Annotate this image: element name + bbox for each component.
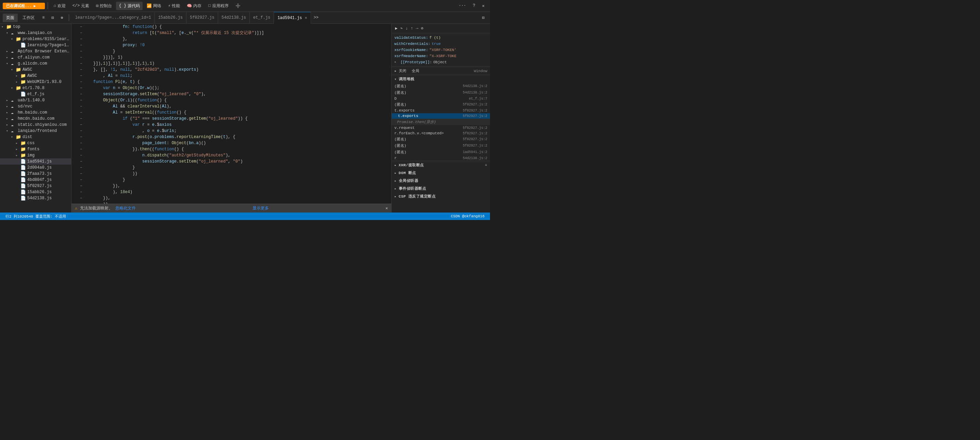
tree-item-img[interactable]: ▸ 📁 img: [0, 152, 71, 159]
toolbar-performance[interactable]: ⚡ 性能: [165, 2, 183, 10]
toolbar-application[interactable]: □ 应用程序: [205, 2, 231, 10]
file-tab-1ad5941[interactable]: 1ad5941.js ✕: [274, 12, 311, 24]
file-tab-5f02927[interactable]: 5f02927.js: [186, 12, 218, 24]
file-tab-54d2138[interactable]: 54d2138.js: [218, 12, 250, 24]
global-btn[interactable]: 全局: [412, 68, 419, 73]
tree-item-4bd804f[interactable]: 📄 4bd804f.js: [0, 177, 71, 183]
tree-item-1ad5941[interactable]: 📄 1ad5941.js: [0, 159, 71, 165]
ignore-file-link[interactable]: 忽略此文件: [115, 205, 136, 211]
elements-icon: </>: [73, 3, 80, 8]
tree-item-54d2138[interactable]: 📄 54d2138.js: [0, 195, 71, 201]
file-tab-close-icon[interactable]: ✕: [305, 15, 307, 21]
toolbar-network[interactable]: 📶 网络: [144, 2, 164, 10]
show-more-link[interactable]: 显示更多: [253, 205, 269, 211]
status-bar: 行2 列1020540 覆盖范围: 不适用 CSDN @okfang816: [0, 213, 490, 220]
folder-icon-problems: 📁: [16, 37, 21, 42]
add-source-btn[interactable]: ⊕: [58, 14, 66, 22]
call-stack-item-r[interactable]: r 54d2138.js:2: [392, 156, 490, 161]
tree-item-learning-file[interactable]: 📄 learning/?page=1&first_cat...: [0, 42, 71, 48]
tree-label-img: img: [27, 153, 35, 158]
warning-close-btn[interactable]: ✕: [385, 206, 388, 211]
toolbar-welcome[interactable]: ⌂ 欢迎: [51, 2, 68, 10]
tree-item-awsc-sub[interactable]: ▸ 📁 AWSC: [0, 73, 71, 79]
tab-workspace[interactable]: 工作区: [19, 14, 38, 22]
tree-item-awsc[interactable]: ▾ 📁 AWSC: [0, 67, 71, 73]
call-stack-item-texports-current[interactable]: → t.exports 5f02927.js:2: [392, 113, 490, 119]
toolbar-sources[interactable]: { } 源代码: [116, 2, 143, 10]
tree-item-sd[interactable]: ▸ ☁ sd/nvc: [0, 103, 71, 110]
call-stack-item-5[interactable]: (匿名) 1ad5941.js:2: [392, 149, 490, 156]
tree-item-hm-baidu[interactable]: ▸ ☁ hm.baidu.com: [0, 110, 71, 116]
close-devtools-btn[interactable]: ✕: [479, 2, 487, 10]
tree-item-et-f[interactable]: 📄 et_f.js: [0, 91, 71, 97]
help-btn[interactable]: ?: [470, 2, 478, 10]
global-listeners-header[interactable]: ▸ 全局侦听器: [392, 177, 490, 185]
call-stack-title: 调用堆栈: [399, 76, 414, 82]
tree-item-webumid[interactable]: ▸ 📁 WebUMID/1.93.0: [0, 79, 71, 85]
debug-properties-section: validateStatus: f (t) withCredentials: t…: [392, 33, 490, 67]
tree-item-static-shiyanlou[interactable]: ▸ ☁ static.shiyanlou.com: [0, 122, 71, 128]
call-stack-item-2[interactable]: (匿名) 5f02927.js:2: [392, 101, 490, 108]
file-tab-et_f[interactable]: et_f.js: [250, 12, 274, 24]
refresh-btn[interactable]: ⊡: [49, 14, 56, 22]
call-stack-item-1[interactable]: (匿名) 54d2138.js:2: [392, 89, 490, 96]
file-tab-15abb26[interactable]: 15abb26.js: [155, 12, 186, 24]
code-content: fn: function() { return [t("small", [e._…: [92, 24, 391, 204]
call-stack-item-4[interactable]: (匿名) 5f02927.js:2: [392, 143, 490, 149]
tree-label-lq-front: lanqiao/frontend: [18, 129, 57, 133]
tree-label-lanqiao: www.lanqiao.cn: [18, 30, 52, 35]
toolbar-memory[interactable]: 🧠 内存: [184, 2, 204, 10]
tree-item-uab[interactable]: ▸ ☁ uab/1.140.0: [0, 97, 71, 103]
call-stack-item-0[interactable]: (匿名) 54d2138.js:2: [392, 83, 490, 89]
toolbar-add-tab[interactable]: ➕: [233, 2, 243, 10]
debug-step-into-btn[interactable]: ↓: [405, 26, 408, 31]
call-stack-item-vrequest[interactable]: v.request 5f02927.js:2: [392, 125, 490, 130]
tree-item-g-alicdn[interactable]: ▾ ☁ g.alicdn.com: [0, 60, 71, 67]
tree-item-lanqiao[interactable]: ▾ ☁ www.lanqiao.cn: [0, 30, 71, 36]
tree-item-apifox[interactable]: ▸ ☁ Apifox Browser Extension: [0, 48, 71, 54]
call-stack-item-3[interactable]: (匿名) 5f02927.js:2: [392, 136, 490, 143]
xhr-add-btn[interactable]: +: [485, 163, 487, 167]
tree-item-cf-aliyun[interactable]: ▸ ☁ cf.aliyun.com: [0, 54, 71, 60]
debug-step-out-btn[interactable]: ↑: [411, 26, 413, 31]
debug-step-over-btn[interactable]: ↷: [400, 26, 402, 31]
call-stack-header[interactable]: ▾ 调用堆栈: [392, 75, 490, 83]
csp-breakpoints-header[interactable]: ▸ CSP 违反了规定断点: [392, 192, 490, 200]
tree-arrow-webumid: ▸: [16, 80, 21, 84]
tree-item-5f02927[interactable]: 📄 5f02927.js: [0, 183, 71, 189]
tree-item-lanqiao-frontend[interactable]: ▾ ☁ lanqiao/frontend: [0, 128, 71, 134]
sidebar-menu-btn[interactable]: ≡: [40, 14, 47, 21]
toolbar-console[interactable]: ⊡ 控制台: [93, 2, 115, 10]
debug-deactivate-btn[interactable]: ⊘: [421, 26, 423, 31]
cloud-icon-lanqiao: ☁: [11, 30, 16, 36]
tree-item-2d004a0[interactable]: 📄 2d004a0.js: [0, 165, 71, 171]
toolbar-elements[interactable]: </> 元素: [70, 2, 92, 10]
play-icon[interactable]: ▶: [34, 4, 36, 8]
tree-item-css[interactable]: ▸ 📁 css: [0, 140, 71, 146]
call-stack-item-rforeach[interactable]: r.forEach.v.<computed> 5f02927.js:2: [392, 130, 490, 136]
pause-icon[interactable]: ⏸: [38, 4, 41, 8]
more-options-btn[interactable]: ···: [456, 2, 469, 10]
file-tree-content: ▾ 📁 top ▾ ☁ www.lanqiao.cn ▾ 📁 problems/…: [0, 24, 71, 213]
panel-toggle-btn[interactable]: ⊡: [479, 14, 487, 22]
debug-step-btn[interactable]: →: [416, 26, 418, 31]
call-stack-item-texports[interactable]: t.exports 5f02927.js:2: [392, 108, 490, 113]
tree-item-fonts[interactable]: ▸ 📁 fonts: [0, 146, 71, 152]
xhr-breakpoints-header[interactable]: ▸ XHR/提取断点 +: [392, 161, 490, 169]
tree-item-hmcdn[interactable]: ▸ ☁ hmcdn.baidu.com: [0, 116, 71, 122]
event-listeners-header[interactable]: ▸ 事件侦听器断点: [392, 185, 490, 192]
tree-item-dist[interactable]: ▾ 📁 dist: [0, 134, 71, 140]
tree-item-15abb26[interactable]: 📄 15abb26.js: [0, 189, 71, 195]
close-btn[interactable]: ▸ 关闭: [395, 68, 406, 73]
code-area[interactable]: ––––– ––––– ––––– ––––– ––––– ––––– ––––…: [72, 24, 391, 204]
tree-item-et[interactable]: ▾ 📁 et/1.70.8: [0, 85, 71, 91]
tab-page[interactable]: 页面: [3, 14, 18, 22]
tree-item-problems[interactable]: ▾ 📁 problems/8155/learning: [0, 36, 71, 42]
tree-item-2faaa73[interactable]: 📄 2faaa73.js: [0, 171, 71, 177]
call-stack-item-d[interactable]: D et_f.js:7: [392, 96, 490, 101]
tree-item-top[interactable]: ▾ 📁 top: [0, 24, 71, 30]
more-tabs-btn[interactable]: >>: [311, 14, 321, 21]
debug-play-btn[interactable]: ▶: [395, 26, 398, 31]
dom-breakpoints-header[interactable]: ▸ DOM 断点: [392, 169, 490, 177]
file-tab-learning[interactable]: learning/?page=...category_id=1: [72, 12, 155, 24]
